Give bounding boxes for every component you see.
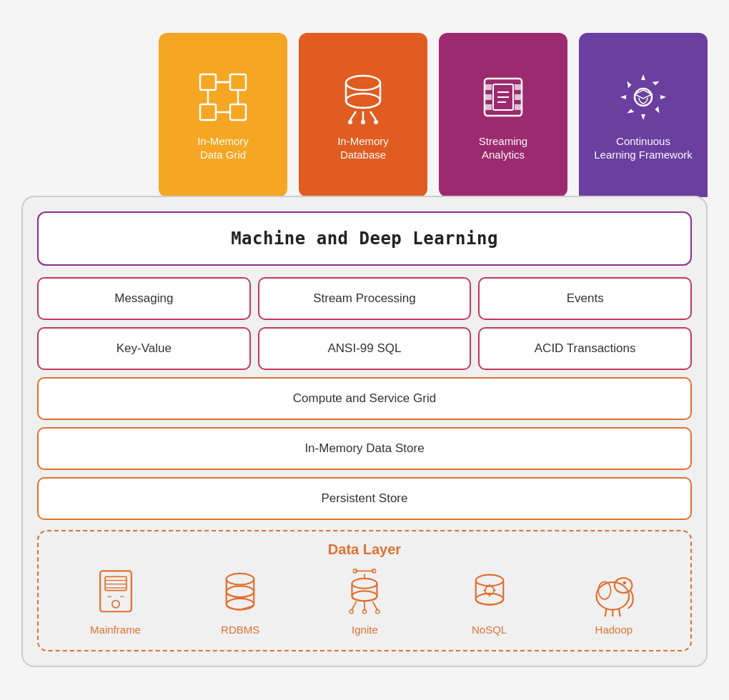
svg-rect-19 bbox=[485, 94, 492, 100]
grid-icon bbox=[194, 69, 252, 126]
data-icon-mainframe: Mainframe bbox=[90, 568, 141, 636]
svg-rect-22 bbox=[515, 94, 522, 100]
main-container: In-MemoryData Grid In-MemoryDatabase bbox=[14, 26, 715, 674]
top-area: In-MemoryData Grid In-MemoryDatabase bbox=[21, 33, 708, 197]
compute-service-grid-box: Compute and Service Grid bbox=[37, 377, 692, 420]
svg-point-41 bbox=[227, 599, 254, 610]
tile-label: ContinuousLearning Framework bbox=[594, 134, 693, 162]
streaming-icon bbox=[475, 69, 532, 126]
architecture-container: Machine and Deep Learning Messaging Stre… bbox=[21, 196, 708, 667]
svg-rect-21 bbox=[515, 84, 522, 90]
tile-in-memory-database: In-MemoryDatabase bbox=[299, 33, 427, 197]
cap-acid-transactions: ACID Transactions bbox=[478, 327, 692, 370]
svg-point-15 bbox=[361, 120, 365, 124]
ml-box: Machine and Deep Learning bbox=[37, 211, 692, 266]
data-layer-icons: Mainframe RDBMS bbox=[53, 568, 676, 636]
svg-point-16 bbox=[374, 120, 378, 124]
svg-point-43 bbox=[352, 591, 377, 601]
svg-line-65 bbox=[605, 609, 607, 616]
svg-line-11 bbox=[350, 111, 356, 120]
in-memory-data-store-box: In-Memory Data Store bbox=[37, 427, 692, 470]
data-layer-section: Data Layer Mainframe bbox=[37, 530, 692, 651]
svg-point-39 bbox=[227, 574, 254, 585]
top-icons-row: In-MemoryData Grid In-MemoryDatabase bbox=[159, 33, 708, 197]
tile-in-memory-data-grid: In-MemoryData Grid bbox=[159, 33, 287, 197]
hadoop-label: Hadoop bbox=[595, 624, 633, 636]
data-layer-title: Data Layer bbox=[53, 541, 676, 558]
svg-rect-20 bbox=[485, 104, 492, 110]
svg-point-9 bbox=[346, 76, 380, 90]
cap-stream-processing: Stream Processing bbox=[258, 277, 472, 320]
svg-rect-23 bbox=[515, 104, 522, 110]
ml-title: Machine and Deep Learning bbox=[231, 229, 498, 249]
svg-point-40 bbox=[227, 586, 254, 597]
persistent-store-box: Persistent Store bbox=[37, 477, 692, 520]
cap-events: Events bbox=[478, 277, 692, 320]
svg-rect-0 bbox=[200, 74, 216, 90]
svg-line-67 bbox=[619, 609, 620, 617]
cap-ansi-sql: ANSI-99 SQL bbox=[258, 327, 472, 370]
ignite-label: Ignite bbox=[352, 624, 378, 636]
mainframe-label: Mainframe bbox=[90, 624, 141, 636]
nosql-label: NoSQL bbox=[472, 624, 507, 636]
svg-point-36 bbox=[111, 601, 119, 609]
svg-point-14 bbox=[348, 120, 352, 124]
svg-line-13 bbox=[370, 111, 376, 120]
nosql-icon bbox=[465, 568, 515, 618]
rdbms-icon bbox=[215, 568, 265, 618]
svg-rect-18 bbox=[485, 84, 492, 90]
mainframe-icon bbox=[91, 568, 141, 618]
tile-label: StreamingAnalytics bbox=[479, 134, 527, 162]
capability-row-2: Key-Value ANSI-99 SQL ACID Transactions bbox=[37, 327, 692, 370]
learning-icon bbox=[615, 69, 672, 126]
svg-rect-2 bbox=[200, 104, 216, 120]
hadoop-icon bbox=[589, 568, 639, 618]
svg-rect-1 bbox=[230, 74, 246, 90]
svg-point-42 bbox=[352, 579, 377, 589]
svg-point-10 bbox=[346, 94, 380, 108]
svg-line-46 bbox=[373, 601, 378, 610]
tile-continuous-learning: ContinuousLearning Framework bbox=[579, 33, 708, 197]
data-icon-nosql: NoSQL bbox=[465, 568, 515, 636]
cap-key-value: Key-Value bbox=[37, 327, 251, 370]
tile-label: In-MemoryDatabase bbox=[337, 134, 389, 162]
rdbms-label: RDBMS bbox=[221, 624, 259, 636]
tile-streaming-analytics: StreamingAnalytics bbox=[439, 33, 567, 197]
data-icon-rdbms: RDBMS bbox=[215, 568, 265, 636]
svg-rect-3 bbox=[230, 104, 246, 120]
tile-label: In-MemoryData Grid bbox=[197, 134, 249, 162]
database-icon bbox=[334, 69, 392, 126]
data-icon-ignite: Ignite bbox=[339, 568, 390, 636]
data-icon-hadoop: Hadoop bbox=[589, 568, 639, 636]
ignite-icon bbox=[339, 568, 390, 618]
svg-point-61 bbox=[596, 582, 629, 610]
cap-messaging: Messaging bbox=[37, 277, 251, 320]
capability-row-1: Messaging Stream Processing Events bbox=[37, 277, 692, 320]
svg-line-44 bbox=[352, 601, 357, 610]
svg-point-64 bbox=[623, 581, 626, 584]
